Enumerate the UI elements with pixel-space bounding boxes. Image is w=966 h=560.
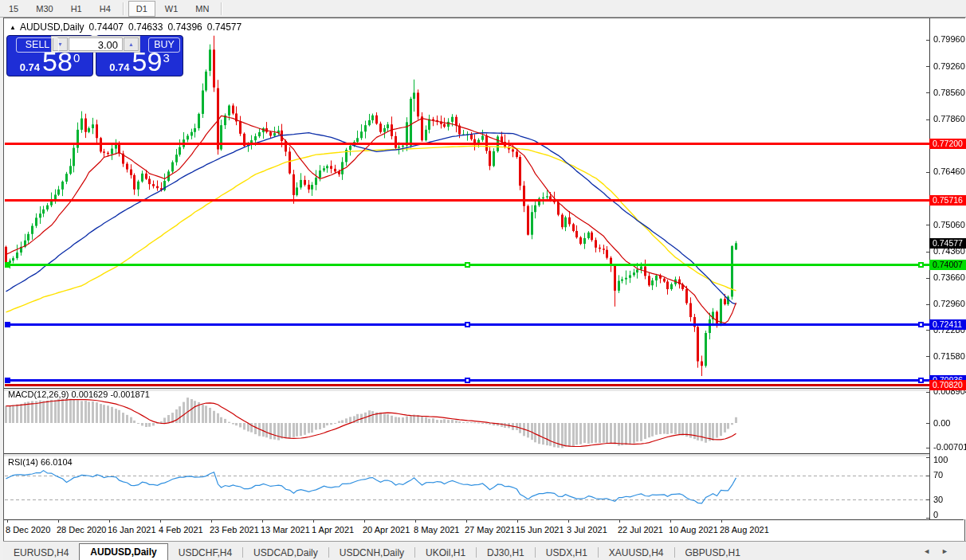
price-axis-tick (926, 92, 929, 93)
date-axis-tick (109, 519, 110, 523)
chart-tab-usdcad[interactable]: USDCAD,Daily (243, 545, 328, 560)
price-badge: 0.74577 (929, 238, 966, 249)
price-axis-label: 0.72960 (933, 299, 965, 308)
price-axis-label: 0.77860 (933, 114, 965, 123)
level-line-handle-left[interactable] (5, 262, 10, 268)
rsi-label: RSI(14) 66.0104 (8, 457, 73, 467)
date-axis-label: 27 May 2021 (465, 525, 516, 535)
level-line-handle-center[interactable] (465, 322, 470, 327)
price-badge: 0.74007 (929, 260, 966, 270)
timeframe-button-h4[interactable]: H4 (92, 1, 119, 17)
date-axis-tick (517, 519, 518, 523)
level-line-handle-left[interactable] (5, 322, 10, 327)
toolbar-separator (123, 2, 124, 15)
chart-tab-xauusd[interactable]: XAUUSD,H4 (599, 545, 674, 560)
date-axis-label: 28 Dec 2020 (57, 525, 106, 535)
volume-increase-button[interactable]: ▲ (124, 37, 139, 51)
sell-price-pip: 0 (73, 51, 80, 65)
price-axis-tick (926, 278, 929, 279)
date-axis[interactable]: 8 Dec 202028 Dec 202016 Jan 20214 Feb 20… (4, 519, 964, 541)
chart-tab-usdx[interactable]: USDX,H1 (536, 545, 598, 560)
price-badge: 0.70820 (929, 380, 966, 390)
timeframe-button-m30[interactable]: M30 (28, 1, 61, 17)
date-axis-tick (58, 519, 59, 523)
timeframe-button-15[interactable]: 15 (1, 1, 26, 17)
chart-tab-usdchf[interactable]: USDCHF,H4 (168, 545, 242, 560)
level-line-handle-right[interactable] (918, 322, 924, 327)
rsi-indicator-canvas[interactable] (5, 456, 929, 519)
price-badge: 0.72411 (929, 319, 966, 330)
timeframe-button-w1[interactable]: W1 (157, 1, 187, 17)
date-axis-tick (364, 519, 365, 523)
buy-price: 0.74 59 3 (96, 51, 183, 73)
mt4-workspace: 15M30H1H4D1W1MN ▲AUDUSD,Daily0.744070.74… (0, 0, 966, 560)
ohlc-open: 0.74407 (89, 22, 124, 33)
date-axis-tick (211, 519, 212, 523)
date-axis-label: 20 Apr 2021 (363, 525, 410, 535)
chart-tab-usdcnh[interactable]: USDCNH,Daily (329, 545, 414, 560)
chart-tab-eurusd[interactable]: EURUSD,H4 (3, 545, 79, 560)
date-axis-label: 1 Apr 2021 (312, 525, 354, 535)
spin-up-icon: ▲ (128, 41, 134, 47)
date-axis-label: 13 Mar 2021 (261, 525, 310, 535)
date-axis-tick (415, 519, 416, 523)
price-axis-tick (926, 225, 929, 225)
horizontal-level-line[interactable] (5, 384, 929, 386)
date-axis-tick (619, 519, 620, 523)
date-axis-label: 10 Aug 2021 (669, 525, 718, 535)
price-axis-tick (926, 119, 929, 120)
date-axis-tick (262, 519, 263, 523)
price-axis-label: 0.79260 (933, 61, 965, 71)
date-axis-label: 8 May 2021 (414, 525, 459, 535)
macd-axis-tick (926, 392, 929, 393)
chart-symbol-label: AUDUSD,Daily (20, 22, 84, 33)
date-axis-label: 23 Feb 2021 (210, 525, 259, 535)
level-line-handle-center[interactable] (465, 262, 470, 268)
timeframe-button-mn[interactable]: MN (187, 1, 217, 17)
macd-axis-tick (926, 448, 929, 448)
chart-tab-audusd[interactable]: AUDUSD,Daily (79, 543, 167, 560)
chart-tab-ukoil[interactable]: UKOil,H1 (415, 545, 476, 560)
rsi-axis-label: 30 (933, 495, 943, 504)
date-axis-label: 8 Dec 2020 (6, 525, 50, 535)
rsi-axis-tick (926, 457, 929, 458)
sell-button[interactable]: SELL (16, 37, 59, 53)
buy-price-main: 59 (132, 51, 163, 72)
rsi-axis-tick (926, 476, 929, 476)
date-axis-tick (7, 519, 8, 523)
price-axis-label: 0.71580 (933, 351, 965, 361)
chart-tab-gbpusd[interactable]: GBPUSD,H1 (675, 545, 751, 560)
horizontal-level-line[interactable] (5, 143, 929, 145)
buy-price-pip: 3 (163, 51, 169, 65)
rsi-axis-label: 100 (933, 455, 948, 464)
ohlc-low: 0.74396 (167, 22, 202, 33)
volume-input[interactable]: 3.00 (69, 37, 123, 51)
ohlc-close: 0.74577 (207, 22, 242, 33)
horizontal-level-line[interactable] (5, 199, 929, 202)
rsi-axis-label: 70 (933, 470, 943, 480)
date-axis-label: 28 Aug 2021 (720, 525, 769, 535)
tab-scroll-left-icon[interactable]: ◄ (923, 547, 941, 555)
date-axis-tick (466, 519, 467, 523)
date-axis-tick (160, 519, 161, 523)
level-line-handle-left[interactable] (5, 378, 10, 383)
date-axis-label: 22 Jul 2021 (618, 525, 663, 535)
level-line-handle-right[interactable] (918, 262, 924, 268)
timeframe-button-h1[interactable]: H1 (63, 1, 90, 17)
buy-button[interactable]: BUY (148, 37, 180, 53)
buy-price-prefix: 0.74 (109, 61, 129, 73)
chart-tab-dj30[interactable]: DJ30,H1 (477, 545, 535, 560)
rsi-axis-tick (926, 499, 929, 500)
level-line-handle-right[interactable] (918, 378, 924, 383)
tab-scroll-right-icon[interactable]: ► (941, 547, 960, 555)
date-axis-tick (721, 519, 722, 523)
price-axis-tick (926, 172, 929, 173)
date-axis-label: 15 Jun 2021 (516, 525, 564, 535)
macd-indicator-canvas[interactable] (5, 390, 929, 452)
collapse-triangle-icon[interactable]: ▲ (10, 24, 16, 31)
volume-spinner: ▼ 3.00 ▲ (51, 36, 140, 53)
timeframe-button-d1[interactable]: D1 (128, 1, 155, 17)
sell-price-prefix: 0.74 (20, 61, 40, 73)
level-line-handle-center[interactable] (465, 378, 470, 383)
chart-tab-bar: EURUSD,H4AUDUSD,DailyUSDCHF,H4USDCAD,Dai… (3, 541, 966, 560)
